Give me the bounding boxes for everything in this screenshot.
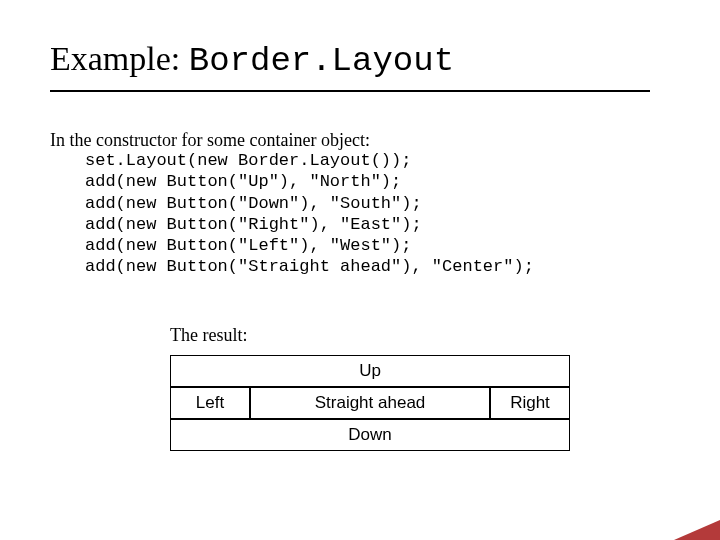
- code-line: add(new Button("Left"), "West");: [85, 236, 411, 255]
- code-line: set.Layout(new Border.Layout());: [85, 151, 411, 170]
- slide: Example: Border.Layout In the constructo…: [0, 0, 720, 540]
- code-line: add(new Button("Straight ahead"), "Cente…: [85, 257, 534, 276]
- slide-title: Example: Border.Layout: [50, 42, 454, 78]
- code-line: add(new Button("Down"), "South");: [85, 194, 422, 213]
- code-line: add(new Button("Up"), "North");: [85, 172, 401, 191]
- button-center[interactable]: Straight ahead: [250, 387, 490, 419]
- intro-text: In the constructor for some container ob…: [50, 130, 370, 151]
- code-block: set.Layout(new Border.Layout()); add(new…: [85, 150, 534, 278]
- title-underline: [50, 90, 650, 92]
- corner-accent-icon: [674, 520, 720, 540]
- button-south[interactable]: Down: [170, 419, 570, 451]
- title-text-mono: Border.Layout: [189, 42, 454, 80]
- button-west[interactable]: Left: [170, 387, 250, 419]
- button-east[interactable]: Right: [490, 387, 570, 419]
- title-text-plain: Example:: [50, 40, 189, 77]
- borderlayout-demo: Up Left Straight ahead Right Down: [170, 355, 570, 451]
- button-north[interactable]: Up: [170, 355, 570, 387]
- code-line: add(new Button("Right"), "East");: [85, 215, 422, 234]
- result-label: The result:: [170, 325, 247, 346]
